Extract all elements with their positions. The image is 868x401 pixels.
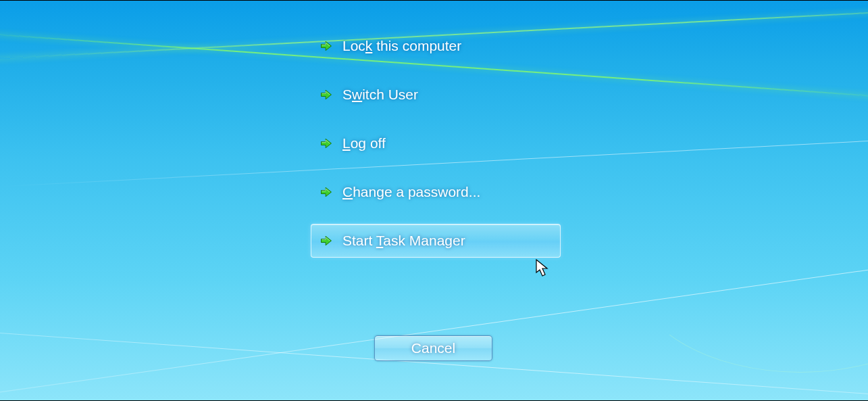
command-link-label: Log off	[342, 135, 386, 151]
command-link-label: Switch User	[342, 87, 418, 103]
command-link-label: Start Task Manager	[342, 233, 465, 249]
arrow-right-icon	[320, 185, 333, 199]
cancel-button[interactable]: Cancel	[374, 335, 492, 361]
switch-user-link[interactable]: Switch User	[311, 78, 561, 112]
command-link-label: Change a password...	[342, 184, 480, 200]
arrow-right-icon	[320, 234, 333, 247]
arrow-right-icon	[320, 88, 333, 101]
decorative-streak	[0, 255, 868, 397]
arrow-right-icon	[320, 39, 333, 53]
command-link-label: Lock this computer	[342, 38, 461, 54]
decorative-curve	[632, 170, 868, 373]
change-password-link[interactable]: Change a password...	[311, 175, 561, 209]
lock-this-computer-link[interactable]: Lock this computer	[311, 29, 561, 63]
security-options-menu: Lock this computer Switch User Log off C…	[311, 29, 567, 273]
start-task-manager-link[interactable]: Start Task Manager	[311, 224, 561, 258]
arrow-right-icon	[320, 137, 333, 150]
log-off-link[interactable]: Log off	[311, 126, 561, 160]
